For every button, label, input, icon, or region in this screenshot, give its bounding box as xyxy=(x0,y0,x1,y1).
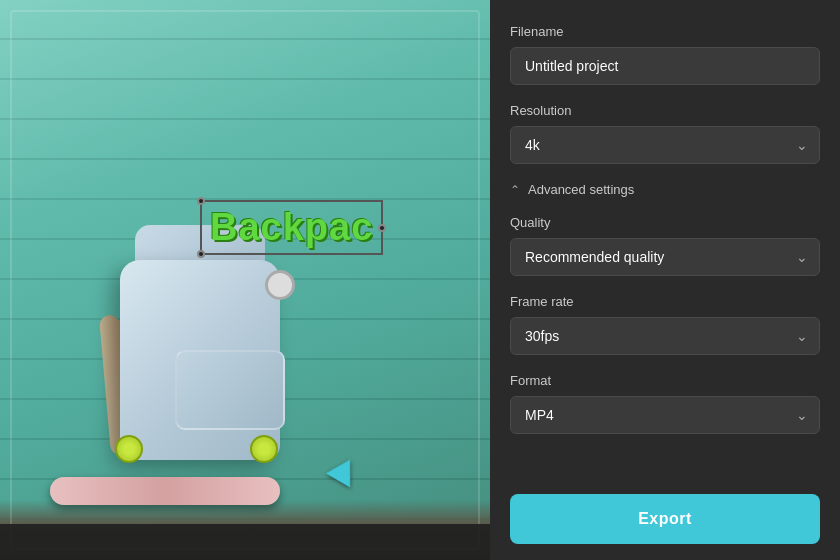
export-panel: Filename Resolution 4k 1080p 720p 480p ⌄… xyxy=(490,0,840,560)
video-preview-panel: Backpac xyxy=(0,0,490,560)
filename-group: Filename xyxy=(510,24,820,85)
quality-select-wrapper: Recommended quality High quality Medium … xyxy=(510,238,820,276)
advanced-settings-label: Advanced settings xyxy=(528,182,634,197)
format-select-wrapper: MP4 MOV AVI GIF ⌄ xyxy=(510,396,820,434)
export-button-container: Export xyxy=(490,482,840,560)
format-group: Format MP4 MOV AVI GIF ⌄ xyxy=(510,373,820,434)
format-label: Format xyxy=(510,373,820,388)
backpack-body xyxy=(120,260,280,460)
video-background: Backpac xyxy=(0,0,490,560)
framerate-group: Frame rate 30fps 24fps 60fps ⌄ xyxy=(510,294,820,355)
circle-handle[interactable] xyxy=(265,270,295,300)
bottom-bar xyxy=(0,524,490,560)
handle-middle-right xyxy=(378,224,386,232)
resolution-label: Resolution xyxy=(510,103,820,118)
format-select[interactable]: MP4 MOV AVI GIF xyxy=(510,396,820,434)
filename-label: Filename xyxy=(510,24,820,39)
quality-select[interactable]: Recommended quality High quality Medium … xyxy=(510,238,820,276)
text-overlay-container[interactable]: Backpac xyxy=(200,200,383,255)
export-content: Filename Resolution 4k 1080p 720p 480p ⌄… xyxy=(490,0,840,482)
advanced-chevron-icon: ⌃ xyxy=(510,183,520,197)
handle-top-left xyxy=(197,197,205,205)
text-overlay-box: Backpac xyxy=(200,200,383,255)
export-button[interactable]: Export xyxy=(510,494,820,544)
quality-group: Quality Recommended quality High quality… xyxy=(510,215,820,276)
advanced-settings-toggle[interactable]: ⌃ Advanced settings xyxy=(510,182,820,197)
filename-input[interactable] xyxy=(510,47,820,85)
handle-bottom-left xyxy=(197,250,205,258)
framerate-select[interactable]: 30fps 24fps 60fps xyxy=(510,317,820,355)
quality-label: Quality xyxy=(510,215,820,230)
backpack-label: Backpac xyxy=(210,206,373,248)
framerate-label: Frame rate xyxy=(510,294,820,309)
wheel-right xyxy=(250,435,278,463)
resolution-select-wrapper: 4k 1080p 720p 480p ⌄ xyxy=(510,126,820,164)
resolution-select[interactable]: 4k 1080p 720p 480p xyxy=(510,126,820,164)
skateboard xyxy=(50,477,280,505)
backpack-pocket xyxy=(175,350,285,430)
resolution-group: Resolution 4k 1080p 720p 480p ⌄ xyxy=(510,103,820,164)
framerate-select-wrapper: 30fps 24fps 60fps ⌄ xyxy=(510,317,820,355)
wheel-left xyxy=(115,435,143,463)
